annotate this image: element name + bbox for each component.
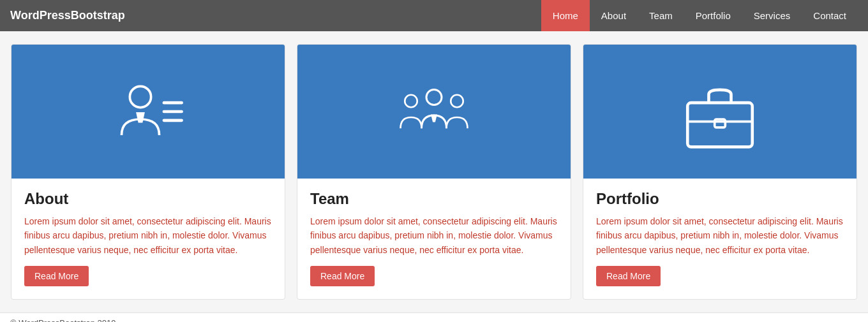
main-content: About Lorem ipsum dolor sit amet, consec… (0, 31, 868, 312)
card-portfolio-read-more-button[interactable]: Read More (596, 266, 661, 286)
nav-item-about[interactable]: About (590, 0, 638, 31)
card-portfolio-title: Portfolio (596, 190, 844, 208)
card-team: Team Lorem ipsum dolor sit amet, consect… (297, 44, 571, 300)
svg-point-6 (426, 90, 442, 105)
card-about: About Lorem ipsum dolor sit amet, consec… (11, 44, 285, 300)
card-about-title: About (24, 190, 272, 208)
nav-item-contact[interactable]: Contact (802, 0, 858, 31)
card-portfolio-image (583, 45, 857, 179)
card-about-text: Lorem ipsum dolor sit amet, consectetur … (24, 214, 272, 257)
card-about-image (11, 45, 285, 179)
svg-marker-7 (432, 115, 436, 121)
card-team-image (297, 45, 571, 179)
navbar: WordPressBootstrap Home About Team Portf… (0, 0, 868, 31)
card-about-body: About Lorem ipsum dolor sit amet, consec… (11, 179, 285, 299)
nav-item-services[interactable]: Services (742, 0, 802, 31)
brand-logo[interactable]: WordPressBootstrap (10, 9, 541, 22)
briefcase-icon (682, 73, 758, 150)
svg-rect-10 (687, 103, 752, 147)
card-portfolio: Portfolio Lorem ipsum dolor sit amet, co… (583, 44, 857, 300)
nav-item-home[interactable]: Home (541, 0, 590, 31)
svg-marker-2 (137, 113, 143, 122)
group-icon (396, 73, 472, 150)
nav-menu: Home About Team Portfolio Services Conta… (541, 0, 858, 31)
svg-point-9 (451, 95, 463, 108)
person-resume-icon (110, 73, 186, 150)
card-team-title: Team (310, 190, 558, 208)
svg-point-8 (405, 95, 417, 108)
footer-text: © WordPressBootstrap 2019 (10, 318, 116, 322)
card-portfolio-text: Lorem ipsum dolor sit amet, consectetur … (596, 214, 844, 257)
nav-item-team[interactable]: Team (638, 0, 684, 31)
card-about-read-more-button[interactable]: Read More (24, 266, 89, 286)
footer: © WordPressBootstrap 2019 (0, 312, 868, 322)
card-team-read-more-button[interactable]: Read More (310, 266, 375, 286)
svg-point-0 (130, 86, 151, 107)
card-team-text: Lorem ipsum dolor sit amet, consectetur … (310, 214, 558, 257)
card-portfolio-body: Portfolio Lorem ipsum dolor sit amet, co… (583, 179, 857, 299)
nav-item-portfolio[interactable]: Portfolio (684, 0, 742, 31)
card-team-body: Team Lorem ipsum dolor sit amet, consect… (297, 179, 571, 299)
